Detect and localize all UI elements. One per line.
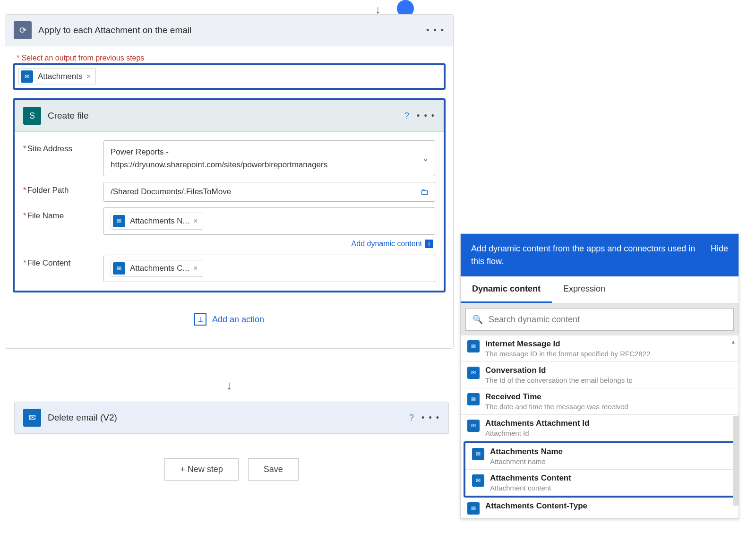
delete-email-header[interactable]: ✉ Delete email (V2) ? • • • [15, 402, 448, 434]
dc-item-conversation-id[interactable]: ✉ Conversation IdThe Id of the conversat… [461, 362, 739, 388]
search-icon: 🔍 [472, 314, 483, 325]
token-label: Attachments C... [130, 264, 189, 273]
dynamic-content-panel: Add dynamic content from the apps and co… [460, 233, 739, 519]
remove-token-icon[interactable]: × [86, 72, 91, 81]
create-file-header[interactable]: S Create file ? • • • [15, 100, 444, 132]
outlook-icon: ✉ [467, 367, 480, 379]
attachments-token[interactable]: ✉ Attachments × [18, 68, 96, 85]
panel-tabs: Dynamic content Expression [461, 276, 739, 303]
dc-item-desc: Attachment content [490, 484, 571, 492]
dc-item-attachments-content[interactable]: ✉ Attachments ContentAttachment content [465, 470, 734, 496]
dc-item-desc: The date and time the message was receiv… [485, 403, 628, 411]
panel-header: Add dynamic content from the apps and co… [461, 234, 739, 276]
loop-icon: ⟳ [14, 21, 32, 39]
file-content-label: File Content [27, 258, 71, 267]
dc-item-desc: The message ID in the format specified b… [485, 350, 650, 358]
panel-header-text: Add dynamic content from the apps and co… [471, 242, 711, 268]
create-file-card: S Create file ? • • • *Site Address Powe… [13, 98, 446, 292]
site-address-row: *Site Address Power Reports - https://dr… [15, 138, 444, 179]
add-action-icon: ⊥ [194, 313, 206, 326]
create-file-menu[interactable]: • • • [417, 111, 435, 121]
chevron-down-icon[interactable]: ⌄ [422, 152, 429, 165]
outlook-icon: ✉ [472, 474, 484, 487]
folder-path-input[interactable]: /Shared Documents/.FilesToMove 🗀 [103, 182, 435, 202]
dc-item-title: Internet Message Id [485, 339, 650, 349]
dc-item-internet-message-id[interactable]: ✉ Internet Message IdThe message ID in t… [461, 335, 739, 362]
token-label: Attachments N... [130, 216, 189, 226]
create-file-title: Create file [48, 111, 404, 121]
bottom-buttons: + New step Save [14, 458, 449, 481]
add-action-button[interactable]: ⊥ Add an action [13, 292, 446, 337]
add-action-label: Add an action [212, 315, 264, 325]
file-name-token[interactable]: ✉ Attachments N... × [111, 213, 203, 230]
remove-token-icon[interactable]: × [193, 264, 198, 273]
folder-picker-icon[interactable]: 🗀 [421, 187, 429, 197]
dc-item-title: Conversation Id [485, 366, 633, 375]
file-content-row: *File Content ✉ Attachments C... × [15, 252, 444, 285]
file-content-input[interactable]: ✉ Attachments C... × [103, 255, 435, 282]
dc-item-attachment-id[interactable]: ✉ Attachments Attachment IdAttachment Id [461, 415, 739, 441]
folder-path-row: *Folder Path /Shared Documents/.FilesToM… [15, 179, 444, 205]
file-content-token[interactable]: ✉ Attachments C... × [111, 260, 203, 277]
folder-path-label: Folder Path [27, 186, 69, 195]
output-hint-label: * Select an output from previous steps [17, 54, 446, 62]
plus-icon: + [425, 240, 433, 248]
dc-item-attachments-name[interactable]: ✉ Attachments NameAttachment name [465, 443, 734, 470]
flow-arrow-mid: ↓ [5, 378, 454, 393]
tab-dynamic-content[interactable]: Dynamic content [461, 276, 552, 303]
save-button[interactable]: Save [248, 458, 299, 481]
file-name-label: File Name [27, 211, 64, 220]
outlook-icon: ✉ [467, 340, 480, 352]
outlook-icon: ✉ [467, 393, 480, 405]
outlook-icon: ✉ [21, 70, 33, 83]
dc-item-title: Attachments Content [490, 473, 571, 483]
outlook-icon: ✉ [467, 420, 480, 432]
dc-item-desc: The Id of the conversation the email bel… [485, 376, 633, 384]
new-step-button[interactable]: + New step [164, 458, 239, 481]
file-name-row: *File Name ✉ Attachments N... × [15, 205, 444, 238]
dc-item-title: Received Time [485, 392, 628, 402]
dc-item-title: Attachments Content-Type [485, 501, 587, 511]
scrollbar-track[interactable] [733, 416, 739, 506]
dc-item-desc: Attachment name [490, 457, 563, 465]
site-address-input[interactable]: Power Reports - https://dryunow.sharepoi… [103, 140, 435, 176]
search-wrap: 🔍 [461, 303, 739, 335]
apply-to-each-title: Apply to each Attachment on the email [38, 25, 426, 35]
outlook-icon: ✉ [113, 215, 125, 227]
dc-item-received-time[interactable]: ✉ Received TimeThe date and time the mes… [461, 388, 739, 415]
highlighted-items: ✉ Attachments NameAttachment name ✉ Atta… [464, 441, 736, 498]
dc-item-title: Attachments Name [490, 447, 563, 456]
search-input[interactable] [489, 315, 727, 325]
help-icon[interactable]: ? [404, 111, 409, 121]
dc-item-title: Attachments Attachment Id [485, 419, 589, 428]
add-dynamic-content-link[interactable]: Add dynamic content+ [352, 240, 433, 248]
site-address-label: Site Address [27, 144, 72, 153]
site-address-line1: Power Reports - [111, 146, 169, 158]
dc-item-desc: Attachment Id [485, 429, 589, 437]
token-label: Attachments [38, 72, 83, 81]
outlook-icon: ✉ [113, 262, 125, 275]
file-name-input[interactable]: ✉ Attachments N... × [103, 207, 435, 235]
search-box[interactable]: 🔍 [465, 308, 734, 331]
help-icon[interactable]: ? [409, 413, 414, 423]
site-address-line2: https://dryunow.sharepoint.com/sites/pow… [111, 158, 327, 171]
outlook-icon: ✉ [467, 502, 480, 515]
delete-email-title: Delete email (V2) [48, 412, 409, 423]
apply-to-each-card: ⟳ Apply to each Attachment on the email … [5, 14, 454, 349]
apply-to-each-menu[interactable]: • • • [426, 26, 445, 35]
dynamic-content-list: ▴ ✉ Internet Message IdThe message ID in… [461, 335, 739, 518]
delete-email-card: ✉ Delete email (V2) ? • • • [14, 402, 449, 434]
hide-panel-button[interactable]: Hide [711, 242, 728, 255]
foreach-output-field[interactable]: ✉ Attachments × [13, 63, 446, 90]
tab-expression[interactable]: Expression [552, 276, 617, 303]
outlook-icon: ✉ [23, 409, 41, 427]
delete-email-menu[interactable]: • • • [421, 413, 440, 423]
remove-token-icon[interactable]: × [193, 216, 198, 226]
outlook-icon: ✉ [472, 448, 484, 460]
add-dynamic-content-link-row: Add dynamic content+ [15, 238, 444, 252]
folder-path-value: /Shared Documents/.FilesToMove [111, 187, 231, 197]
apply-to-each-header[interactable]: ⟳ Apply to each Attachment on the email … [5, 15, 453, 46]
dc-item-attachments-content-type[interactable]: ✉ Attachments Content-Type [461, 498, 739, 518]
scroll-up-icon[interactable]: ▴ [732, 338, 737, 343]
sharepoint-icon: S [23, 107, 41, 125]
